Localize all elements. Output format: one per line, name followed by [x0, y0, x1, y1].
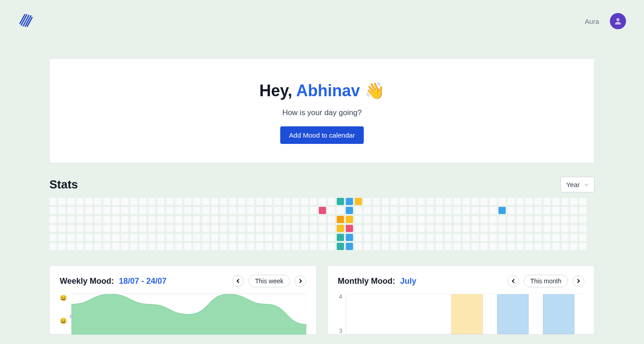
- heatmap-cell[interactable]: [49, 243, 57, 250]
- heatmap-cell[interactable]: [481, 234, 488, 241]
- heatmap-cell[interactable]: [516, 234, 524, 241]
- heatmap-cell[interactable]: [534, 234, 542, 241]
- heatmap-cell[interactable]: [481, 198, 488, 205]
- heatmap-cell[interactable]: [67, 198, 75, 205]
- monthly-period-button[interactable]: This month: [524, 275, 568, 287]
- heatmap-cell[interactable]: [67, 207, 75, 214]
- heatmap-cell[interactable]: [175, 234, 182, 241]
- heatmap-cell[interactable]: [400, 198, 407, 205]
- heatmap-cell[interactable]: [274, 207, 281, 214]
- heatmap-cell[interactable]: [310, 243, 317, 250]
- heatmap-cell[interactable]: [193, 234, 200, 241]
- heatmap-cell[interactable]: [166, 225, 173, 232]
- heatmap-cell[interactable]: [507, 198, 515, 205]
- heatmap-cell[interactable]: [373, 216, 380, 223]
- heatmap-cell[interactable]: [301, 243, 308, 250]
- heatmap-cell[interactable]: [166, 207, 173, 214]
- heatmap-cell[interactable]: [409, 234, 416, 241]
- heatmap-cell[interactable]: [157, 243, 164, 250]
- heatmap-cell[interactable]: [319, 216, 326, 223]
- heatmap-cell[interactable]: [561, 207, 569, 214]
- heatmap-cell[interactable]: [454, 234, 461, 241]
- heatmap-cell[interactable]: [552, 234, 560, 241]
- heatmap-cell[interactable]: [418, 234, 425, 241]
- heatmap-cell[interactable]: [193, 207, 200, 214]
- heatmap-cell[interactable]: [382, 198, 389, 205]
- heatmap-cell[interactable]: [184, 225, 191, 232]
- heatmap-cell[interactable]: [436, 234, 443, 241]
- heatmap-cell[interactable]: [346, 243, 353, 250]
- heatmap-cell[interactable]: [76, 207, 84, 214]
- heatmap-cell[interactable]: [67, 225, 75, 232]
- heatmap-cell[interactable]: [310, 234, 317, 241]
- heatmap-cell[interactable]: [436, 225, 443, 232]
- heatmap-cell[interactable]: [427, 234, 434, 241]
- heatmap-cell[interactable]: [552, 225, 560, 232]
- heatmap-cell[interactable]: [516, 216, 524, 223]
- logo[interactable]: [18, 12, 34, 30]
- heatmap-cell[interactable]: [85, 234, 93, 241]
- heatmap-cell[interactable]: [229, 207, 236, 214]
- heatmap-cell[interactable]: [49, 225, 57, 232]
- heatmap-cell[interactable]: [570, 198, 578, 205]
- heatmap-cell[interactable]: [139, 234, 146, 241]
- heatmap-cell[interactable]: [247, 198, 254, 205]
- heatmap-cell[interactable]: [382, 207, 389, 214]
- heatmap-cell[interactable]: [49, 216, 57, 223]
- heatmap-cell[interactable]: [283, 198, 290, 205]
- heatmap-cell[interactable]: [76, 216, 84, 223]
- heatmap-cell[interactable]: [355, 243, 362, 250]
- heatmap-cell[interactable]: [265, 207, 272, 214]
- heatmap-cell[interactable]: [382, 225, 389, 232]
- heatmap-cell[interactable]: [292, 207, 299, 214]
- heatmap-cell[interactable]: [166, 198, 173, 205]
- heatmap-cell[interactable]: [579, 198, 587, 205]
- heatmap-cell[interactable]: [400, 225, 407, 232]
- heatmap-cell[interactable]: [346, 225, 353, 232]
- heatmap-cell[interactable]: [490, 225, 497, 232]
- heatmap-cell[interactable]: [463, 243, 470, 250]
- heatmap-cell[interactable]: [418, 207, 425, 214]
- heatmap-cell[interactable]: [552, 198, 560, 205]
- heatmap-cell[interactable]: [445, 207, 452, 214]
- monthly-next-button[interactable]: [573, 275, 584, 287]
- heatmap-cell[interactable]: [148, 243, 155, 250]
- heatmap-cell[interactable]: [202, 216, 209, 223]
- heatmap-cell[interactable]: [481, 225, 488, 232]
- heatmap-cell[interactable]: [148, 225, 155, 232]
- heatmap-cell[interactable]: [516, 225, 524, 232]
- heatmap-cell[interactable]: [472, 198, 479, 205]
- heatmap-cell[interactable]: [148, 234, 155, 241]
- heatmap-cell[interactable]: [58, 243, 66, 250]
- heatmap-cell[interactable]: [256, 225, 263, 232]
- heatmap-cell[interactable]: [516, 207, 524, 214]
- heatmap-cell[interactable]: [472, 225, 479, 232]
- heatmap-cell[interactable]: [364, 225, 371, 232]
- heatmap-cell[interactable]: [130, 243, 137, 250]
- heatmap-cell[interactable]: [157, 198, 164, 205]
- heatmap-cell[interactable]: [498, 234, 506, 241]
- heatmap-cell[interactable]: [454, 207, 461, 214]
- heatmap-cell[interactable]: [58, 225, 66, 232]
- heatmap-cell[interactable]: [534, 225, 542, 232]
- heatmap-cell[interactable]: [256, 234, 263, 241]
- heatmap-cell[interactable]: [256, 207, 263, 214]
- heatmap-cell[interactable]: [498, 198, 506, 205]
- heatmap-cell[interactable]: [543, 234, 551, 241]
- heatmap-cell[interactable]: [103, 207, 110, 214]
- heatmap-cell[interactable]: [49, 198, 57, 205]
- heatmap-cell[interactable]: [121, 216, 128, 223]
- heatmap-cell[interactable]: [454, 225, 461, 232]
- heatmap-cell[interactable]: [130, 198, 137, 205]
- heatmap-cell[interactable]: [148, 198, 155, 205]
- heatmap-cell[interactable]: [579, 225, 587, 232]
- heatmap-cell[interactable]: [247, 225, 254, 232]
- heatmap-cell[interactable]: [490, 243, 497, 250]
- heatmap-cell[interactable]: [516, 243, 524, 250]
- heatmap-cell[interactable]: [382, 216, 389, 223]
- heatmap-cell[interactable]: [310, 207, 317, 214]
- heatmap-cell[interactable]: [409, 243, 416, 250]
- heatmap-cell[interactable]: [454, 216, 461, 223]
- heatmap-cell[interactable]: [328, 243, 335, 250]
- heatmap-cell[interactable]: [400, 234, 407, 241]
